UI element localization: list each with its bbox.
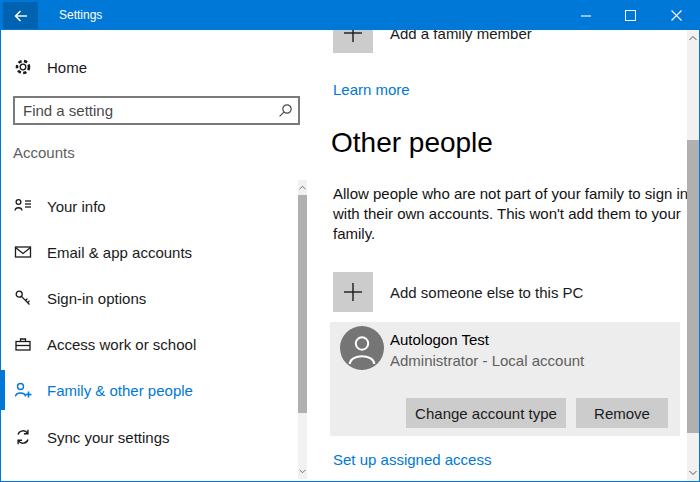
sidebar-item-label: Access work or school: [47, 336, 196, 353]
add-someone-label[interactable]: Add someone else to this PC: [390, 272, 583, 312]
account-role: Administrator - Local account: [390, 352, 584, 369]
sync-icon: [14, 428, 32, 446]
sidebar-item-label: Email & app accounts: [47, 244, 192, 261]
search-input[interactable]: [13, 96, 300, 125]
sidebar-scrollbar[interactable]: [298, 180, 307, 479]
sidebar-section-label: Accounts: [13, 144, 75, 161]
sidebar-item-family-other-people[interactable]: Family & other people: [1, 370, 297, 410]
key-icon: [14, 289, 32, 307]
sidebar-home-label: Home: [47, 59, 87, 76]
sidebar-item-your-info[interactable]: Your info: [1, 186, 297, 226]
learn-more-link[interactable]: Learn more: [333, 81, 410, 98]
sidebar-item-email-accounts[interactable]: Email & app accounts: [1, 232, 297, 272]
other-people-heading: Other people: [331, 127, 493, 159]
sidebar-item-label: Sign-in options: [47, 290, 146, 307]
plus-icon: [333, 272, 373, 312]
selected-accent-bar: [1, 370, 5, 410]
search-box: [13, 96, 300, 125]
sidebar-item-label: Family & other people: [47, 382, 193, 399]
sidebar-scrollbar-thumb[interactable]: [298, 195, 307, 413]
back-arrow-icon: [13, 8, 29, 24]
content-scrollbar-thumb[interactable]: [687, 140, 699, 433]
add-someone-button[interactable]: [333, 272, 373, 312]
scroll-down-icon[interactable]: [298, 469, 307, 474]
sidebar-item-label: Sync your settings: [47, 429, 170, 446]
titlebar: Settings: [1, 1, 699, 30]
briefcase-icon: [14, 335, 32, 353]
scroll-down-icon[interactable]: [687, 470, 699, 476]
account-card[interactable]: Autologon Test Administrator - Local acc…: [330, 322, 680, 436]
avatar: [340, 326, 384, 370]
envelope-icon: [14, 243, 32, 261]
window-title: Settings: [59, 1, 102, 30]
settings-window: Add a family member Learn more Other peo…: [0, 0, 700, 482]
sidebar-item-access-work-school[interactable]: Access work or school: [1, 324, 297, 364]
maximize-icon: [625, 10, 636, 21]
sidebar-item-label: Your info: [47, 198, 106, 215]
gear-icon: [14, 58, 32, 76]
search-icon[interactable]: [278, 103, 293, 118]
maximize-button[interactable]: [608, 1, 653, 30]
content-scrollbar[interactable]: [687, 30, 699, 481]
person-plus-icon: [14, 381, 32, 399]
minimize-button[interactable]: [563, 1, 608, 30]
change-account-type-button[interactable]: Change account type: [406, 398, 566, 428]
remove-button[interactable]: Remove: [576, 398, 668, 428]
scroll-up-icon[interactable]: [298, 185, 307, 190]
other-people-description: Allow people who are not part of your fa…: [333, 184, 693, 244]
account-name: Autologon Test: [390, 331, 489, 348]
person-icon: [340, 326, 384, 370]
sidebar-item-home[interactable]: Home: [1, 47, 297, 87]
scroll-up-icon[interactable]: [687, 35, 699, 41]
minimize-icon: [581, 15, 591, 17]
back-button[interactable]: [3, 2, 38, 29]
sidebar-item-sync-settings[interactable]: Sync your settings: [1, 417, 297, 457]
sidebar-item-signin-options[interactable]: Sign-in options: [1, 278, 297, 318]
assigned-access-link[interactable]: Set up assigned access: [333, 451, 491, 468]
contact-card-icon: [14, 197, 32, 215]
close-icon: [671, 10, 682, 21]
close-button[interactable]: [653, 1, 699, 30]
